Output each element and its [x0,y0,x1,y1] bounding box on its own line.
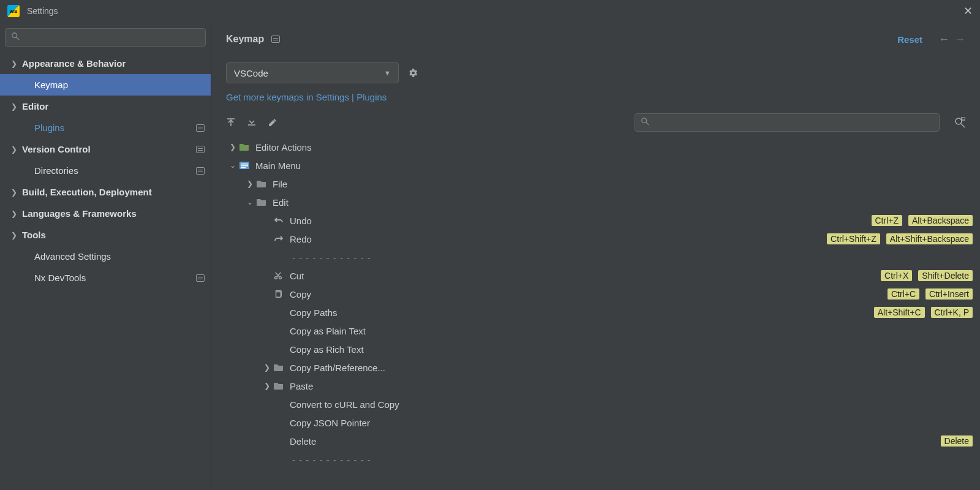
chevron-right-icon: ❯ [260,382,274,390]
svg-rect-11 [241,164,248,165]
chevron-down-icon: ▼ [384,69,391,77]
separator: - - - - - - - - - - - - [226,248,980,266]
sidebar-item-label: Directories [34,165,196,176]
app-logo-icon [7,5,20,17]
settings-content: Keymap Reset ← → VSCode ▼ Get more keyma… [211,22,980,490]
window-title: Settings [27,6,58,16]
shortcuts: Ctrl+ZAlt+Backspace [872,215,973,226]
sidebar-item-label: Editor [22,101,205,111]
chevron-right-icon: ❯ [11,59,22,68]
tree-item[interactable]: CutCtrl+XShift+Delete [226,266,980,285]
tree-item-label: - - - - - - - - - - - - [290,454,973,465]
sidebar-item-label: Appearance & Behavior [22,58,205,69]
sidebar-item-advanced-settings[interactable]: Advanced Settings [0,246,211,267]
project-level-icon [196,274,205,282]
redo-icon [274,235,286,243]
tree-item[interactable]: Copy PathsAlt+Shift+CCtrl+K, P [226,303,980,322]
sidebar-item-label: Keymap [34,80,205,90]
close-icon[interactable]: ✕ [963,4,973,18]
shortcut-badge: Ctrl+Z [872,215,903,226]
tree-item-label: - - - - - - - - - - - - [290,252,973,263]
tree-item[interactable]: Convert to cURL and Copy [226,395,980,413]
tree-item[interactable]: Copy as Plain Text [226,322,980,340]
chevron-right-icon: ❯ [11,145,22,154]
shortcuts: Alt+Shift+CCtrl+K, P [874,307,973,318]
nav-back-icon[interactable]: ← [938,33,949,46]
tree-item[interactable]: ❯Editor Actions [226,138,980,156]
chevron-right-icon: ❯ [243,179,257,188]
sidebar-item-label: Build, Execution, Deployment [22,187,205,197]
chevron-right-icon: ❯ [11,209,22,218]
nav-forward-icon[interactable]: → [954,33,965,46]
svg-rect-9 [962,117,965,120]
find-by-shortcut-icon[interactable] [954,117,965,128]
sidebar-item-editor[interactable]: ❯Editor [0,96,211,117]
settings-sidebar: ❯Appearance & BehaviorKeymap❯EditorPlugi… [0,22,211,490]
project-level-icon [271,36,280,43]
tree-item[interactable]: ❯Copy Path/Reference... [226,358,980,377]
tree-item[interactable]: RedoCtrl+Shift+ZAlt+Shift+Backspace [226,230,980,248]
title-bar: Settings ✕ [0,0,980,22]
keymap-scheme-select[interactable]: VSCode ▼ [226,62,399,83]
tree-item[interactable]: Copy as Rich Text [226,340,980,358]
sidebar-item-label: Languages & Frameworks [22,208,205,219]
keymap-search-input[interactable] [635,113,940,132]
settings-search-input[interactable] [5,28,206,47]
tree-item-label: File [273,179,973,189]
expand-all-icon[interactable] [226,118,236,127]
tree-item[interactable]: ❯File [226,175,980,193]
tree-item-label: Main Menu [255,160,973,171]
search-icon [641,117,649,126]
project-level-icon [196,124,205,132]
project-level-icon [196,146,205,153]
svg-line-1 [17,37,19,40]
tree-item[interactable]: ⌄Edit [226,193,980,211]
svg-point-5 [642,118,647,123]
svg-rect-13 [241,167,246,168]
shortcuts: Ctrl+Shift+ZAlt+Shift+Backspace [827,233,973,244]
sidebar-item-directories[interactable]: Directories [0,160,211,181]
sidebar-item-tools[interactable]: ❯Tools [0,224,211,246]
sidebar-item-appearance-behavior[interactable]: ❯Appearance & Behavior [0,53,211,74]
tree-item[interactable]: UndoCtrl+ZAlt+Backspace [226,211,980,230]
sidebar-item-label: Tools [22,230,205,240]
undo-icon [274,216,286,225]
keymap-tree: ❯Editor Actions⌄Main Menu❯File⌄EditUndoC… [211,137,980,490]
menu-icon [239,161,252,170]
tree-item[interactable]: ❯Paste [226,377,980,395]
sidebar-item-label: Nx DevTools [34,273,196,283]
sidebar-item-build-execution-deployment[interactable]: ❯Build, Execution, Deployment [0,181,211,203]
tree-item-label: Copy Path/Reference... [290,363,973,373]
svg-point-0 [12,33,17,38]
sidebar-item-version-control[interactable]: ❯Version Control [0,138,211,160]
tree-item[interactable]: ⌄Main Menu [226,156,980,175]
edit-icon[interactable] [268,118,277,127]
shortcuts: Ctrl+XShift+Delete [881,270,973,281]
actions-icon [239,143,252,151]
reset-button[interactable]: Reset [897,34,922,45]
sidebar-item-plugins[interactable]: Plugins [0,117,211,138]
tree-item[interactable]: DeleteDelete [226,432,980,450]
folder-icon [257,198,269,206]
shortcut-badge: Ctrl+C [888,288,919,300]
tree-item-label: Copy as Rich Text [290,344,973,355]
tree-item-label: Redo [290,234,827,244]
tree-item-label: Copy [290,289,888,300]
tree-item[interactable]: CopyCtrl+CCtrl+Insert [226,285,980,303]
sidebar-item-keymap[interactable]: Keymap [0,74,211,96]
sidebar-item-languages-frameworks[interactable]: ❯Languages & Frameworks [0,203,211,224]
gear-icon[interactable] [407,67,418,78]
tree-item-label: Undo [290,216,872,226]
chevron-right-icon: ❯ [260,363,274,372]
tree-item-label: Paste [290,381,973,391]
chevron-down-icon: ⌄ [243,198,257,206]
sidebar-item-label: Advanced Settings [34,251,205,262]
sidebar-item-nx-devtools[interactable]: Nx DevTools [0,267,211,288]
shortcut-badge: Alt+Backspace [908,215,973,226]
get-more-keymaps-link[interactable]: Get more keymaps in Settings | Plugins [211,83,980,111]
tree-item[interactable]: Copy JSON Pointer [226,413,980,432]
cut-icon [274,271,286,280]
page-title: Keymap [226,34,264,45]
collapse-all-icon[interactable] [247,118,257,127]
settings-nav: ❯Appearance & BehaviorKeymap❯EditorPlugi… [0,53,211,490]
